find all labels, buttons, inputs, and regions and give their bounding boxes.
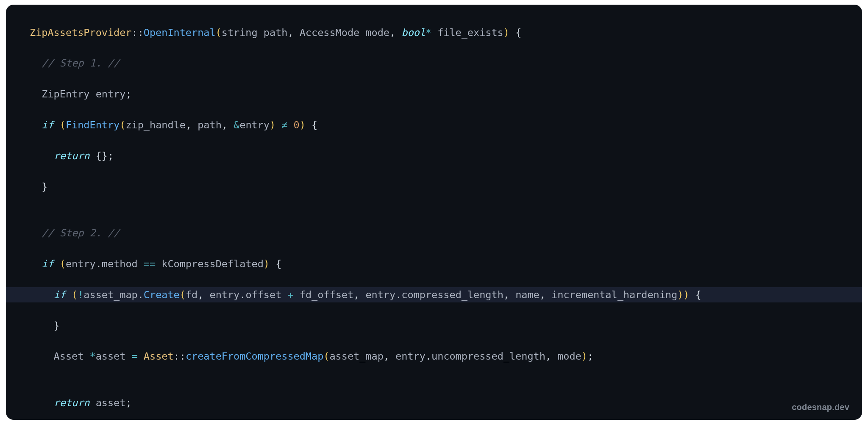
code-token: & <box>234 119 239 131</box>
code-token: asset_map <box>83 289 137 301</box>
code-token: compressed_length <box>401 289 504 301</box>
code-token: zip_handle <box>125 119 185 131</box>
code-token: uncompressed_length <box>431 350 545 362</box>
code-token: incremental_hardening <box>551 289 677 301</box>
code-token: ( <box>120 119 125 131</box>
code-line: if (FindEntry(zip_handle, path, &entry) … <box>6 117 862 133</box>
code-token: return <box>54 150 90 162</box>
code-token: createFromCompressedMap <box>186 350 323 362</box>
code-token: if <box>54 289 66 301</box>
code-token <box>89 150 95 162</box>
code-token: entry <box>395 350 426 362</box>
code-token: 0 <box>294 119 300 131</box>
code-token: file_exists <box>431 27 504 39</box>
code-token: path <box>198 119 222 131</box>
code-token: entry <box>239 119 270 131</box>
code-token <box>54 119 60 131</box>
code-token: == <box>144 258 156 270</box>
code-token <box>66 289 72 301</box>
code-token <box>30 119 42 131</box>
code-token: { <box>270 258 281 270</box>
code-token: ZipEntry entry <box>30 88 125 100</box>
code-token: fd <box>186 289 198 301</box>
code-token: * <box>89 350 95 362</box>
code-token <box>30 227 42 239</box>
code-token: ; <box>125 88 131 100</box>
code-token: // Step 1. // <box>42 57 120 69</box>
code-token <box>30 181 42 193</box>
code-token: // Step 2. // <box>42 227 120 239</box>
code-token <box>30 397 54 409</box>
code-token: . <box>426 350 431 362</box>
code-card: ZipAssetsProvider::OpenInternal(string p… <box>6 5 862 420</box>
code-block: ZipAssetsProvider::OpenInternal(string p… <box>6 25 862 420</box>
code-token: ! <box>78 289 83 301</box>
code-token <box>30 150 54 162</box>
code-token: ( <box>323 350 329 362</box>
code-token: . <box>395 289 401 301</box>
code-token: } <box>42 181 47 193</box>
code-token: ( <box>180 289 186 301</box>
code-token: , <box>389 27 401 39</box>
code-token: Create <box>144 289 180 301</box>
code-line: } <box>6 179 862 194</box>
code-token: asset_map <box>329 350 383 362</box>
code-token: entry <box>66 258 96 270</box>
code-token <box>30 258 42 270</box>
code-token: , <box>504 289 515 301</box>
code-token: ( <box>216 27 222 39</box>
code-token: string path <box>222 27 288 39</box>
code-token: ; <box>125 397 131 409</box>
code-line: // Step 2. // <box>6 225 862 241</box>
code-token: OpenInternal <box>144 27 216 39</box>
code-token: , <box>353 289 365 301</box>
code-token: ≠ <box>281 119 287 131</box>
code-token: = <box>132 350 138 362</box>
code-token: , <box>545 350 557 362</box>
code-line: } <box>6 318 862 333</box>
code-token: { <box>689 289 701 301</box>
code-token: mode <box>557 350 581 362</box>
code-token <box>30 320 54 332</box>
code-token: ZipAssetsProvider <box>30 27 132 39</box>
code-token: . <box>239 289 245 301</box>
code-token: Asset <box>144 350 174 362</box>
code-token: ) <box>300 119 306 131</box>
code-line: // Step 1. // <box>6 55 862 71</box>
code-token: Asset <box>30 350 89 362</box>
code-line: if (entry.method == kCompressDeflated) { <box>6 256 862 272</box>
code-token: , <box>222 119 234 131</box>
code-token <box>287 119 293 131</box>
code-token: AccessMode mode <box>300 27 389 39</box>
code-token: kCompressDeflated <box>156 258 264 270</box>
code-token: FindEntry <box>66 119 120 131</box>
code-token: * <box>426 27 431 39</box>
code-token: . <box>138 289 144 301</box>
watermark: codesnap.dev <box>792 402 849 412</box>
code-token: bool <box>401 27 426 39</box>
code-token: , <box>186 119 198 131</box>
code-token: asset <box>96 350 132 362</box>
code-token: ) <box>270 119 275 131</box>
code-line: ZipEntry entry; <box>6 86 862 102</box>
code-token: { <box>509 27 521 39</box>
code-token: ( <box>60 119 66 131</box>
code-token: method <box>102 258 144 270</box>
code-token: if <box>42 258 53 270</box>
code-token <box>30 289 54 301</box>
code-token: offset <box>245 289 287 301</box>
code-token <box>138 350 144 362</box>
code-token: ; <box>587 350 593 362</box>
code-token: ) <box>504 27 509 39</box>
snap-container: ZipAssetsProvider::OpenInternal(string p… <box>0 0 868 424</box>
code-token: { <box>306 119 317 131</box>
code-token: , <box>384 350 395 362</box>
code-token: )) <box>677 289 689 301</box>
code-token: + <box>287 289 293 301</box>
code-line: ZipAssetsProvider::OpenInternal(string p… <box>6 25 862 40</box>
code-token: fd_offset <box>294 289 353 301</box>
code-token: return <box>54 397 90 409</box>
code-token: ) <box>581 350 587 362</box>
code-token: entry <box>365 289 395 301</box>
code-token: :: <box>174 350 186 362</box>
